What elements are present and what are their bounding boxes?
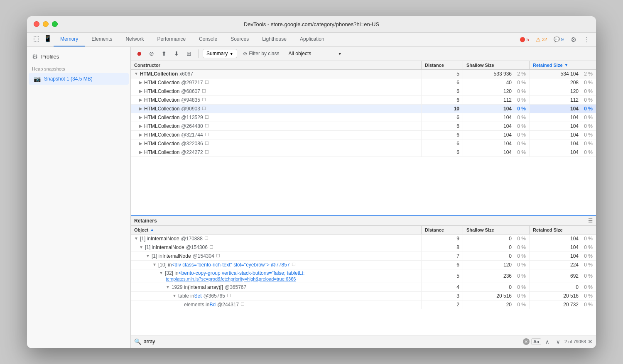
stop-icon[interactable]: ⊘: [147, 49, 157, 59]
expand-icon[interactable]: ▶: [139, 132, 142, 137]
constructor-cell: ▼ HTMLCollection x6067: [131, 70, 422, 78]
expand-icon[interactable]: ▶: [139, 150, 142, 154]
tab-console[interactable]: Console: [192, 33, 224, 46]
retainer-row[interactable]: ▼ [1] in InternalNode @170888 ☐ 9 00 % 1…: [131, 235, 596, 243]
expand-icon[interactable]: ▶: [139, 115, 142, 120]
search-next-button[interactable]: ∨: [554, 337, 563, 346]
fullscreen-button[interactable]: [52, 21, 58, 27]
tab-application[interactable]: Application: [293, 33, 331, 46]
search-count: 2 of 79058: [564, 339, 586, 344]
ret-shallow-cell: 00 %: [463, 252, 530, 260]
table-row[interactable]: ▶ HTMLCollection @224272 ☐ 6 1040 % 1040…: [131, 148, 596, 157]
close-search-button[interactable]: ✕: [588, 338, 593, 345]
expand-icon[interactable]: ▶: [139, 98, 142, 102]
ret-shallow-cell: 1200 %: [463, 261, 530, 269]
tab-bar: ⬚ 📱 Memory Elements Network Performance …: [27, 33, 596, 47]
sidebar: ⚙ Profiles Heap snapshots 📷 Snapshot 1 (…: [27, 47, 131, 348]
expand-icon[interactable]: ▶: [139, 141, 142, 146]
close-button[interactable]: [34, 21, 39, 27]
table-row[interactable]: ▶ HTMLCollection @113529 ☐ 6 1040 % 1040…: [131, 113, 596, 122]
retained-cell: 1040 %: [530, 139, 596, 148]
inspect-icon[interactable]: ⬚: [30, 33, 42, 44]
info-badge[interactable]: 💬 9: [551, 36, 566, 43]
tab-performance[interactable]: Performance: [150, 33, 192, 46]
expand-icon[interactable]: ▼: [152, 262, 157, 267]
table-row[interactable]: ▶ HTMLCollection @322086 ☐ 6 1040 % 1040…: [131, 139, 596, 148]
table-row[interactable]: ▶ HTMLCollection @94835 ☐ 6 1120 % 1120 …: [131, 96, 596, 105]
case-sensitive-toggle[interactable]: Aa: [531, 338, 541, 345]
settings-icon[interactable]: ⚙: [568, 34, 579, 45]
retainer-row[interactable]: ▼ [1] in InternalNode @154306 ☐ 8 00 % 1…: [131, 243, 596, 252]
table-row[interactable]: ▶ HTMLCollection @68607 ☐ 6 1200 % 1200 …: [131, 87, 596, 96]
tab-sources[interactable]: Sources: [224, 33, 255, 46]
grid-icon[interactable]: ⊞: [184, 49, 194, 59]
ret-retained-header[interactable]: Retained Size: [530, 226, 596, 234]
expand-icon[interactable]: ▼: [159, 271, 163, 275]
table-row[interactable]: ▶ HTMLCollection @297217 ☐ 6 400 % 2080 …: [131, 78, 596, 87]
expand-icon[interactable]: ▼: [134, 71, 138, 76]
tab-elements[interactable]: Elements: [85, 33, 119, 46]
ret-shallow-header[interactable]: Shallow Size: [463, 226, 530, 234]
warning-count: 32: [542, 37, 547, 42]
expand-icon[interactable]: ▼: [134, 236, 138, 241]
table-row-selected[interactable]: ▶ HTMLCollection @90903 ☐ 10 1040 % 1040…: [131, 105, 596, 113]
retained-size-header[interactable]: Retained Size ▼: [530, 61, 596, 69]
snapshot-item[interactable]: 📷 Snapshot 1 (34.5 MB): [29, 73, 129, 85]
expand-icon[interactable]: ▶: [139, 80, 142, 85]
retainer-row[interactable]: ▼ [1] in InternalNode @154304 ☐ 7 00 % 1…: [131, 252, 596, 261]
tab-lighthouse[interactable]: Lighthouse: [255, 33, 293, 46]
clear-search-button[interactable]: ✕: [523, 338, 530, 345]
ret-dist-cell: 4: [422, 283, 463, 291]
tab-memory[interactable]: Memory: [54, 33, 85, 46]
warning-badge[interactable]: ⚠ 32: [533, 36, 549, 44]
constructor-cell: ▶ HTMLCollection @90903 ☐: [131, 105, 422, 113]
upload-icon[interactable]: ⬆: [159, 49, 169, 59]
shallow-size-header[interactable]: Shallow Size: [463, 61, 530, 69]
ret-distance-header[interactable]: Distance: [422, 226, 463, 234]
table-row[interactable]: ▶ HTMLCollection @264480 ☐ 6 1040 % 1040…: [131, 122, 596, 131]
expand-icon[interactable]: ▼: [172, 293, 177, 298]
error-badge[interactable]: 🔴 5: [517, 36, 532, 43]
more-icon[interactable]: ⋮: [581, 34, 593, 45]
error-count: 5: [527, 37, 529, 42]
object-cell: ▼ [1] in InternalNode @154306 ☐: [131, 243, 422, 252]
retainer-row[interactable]: ▼ 1929 in (internal array)[] @365767 4 0…: [131, 283, 596, 292]
retainer-row[interactable]: ▶ elements in Bd @244317 ☐ 2 200 % 20 73…: [131, 300, 596, 309]
retainer-row[interactable]: ▼ [32] in <bento-copy-group vertical-sta…: [131, 269, 596, 283]
all-objects-dropdown[interactable]: All objects ▼: [285, 49, 346, 58]
ret-dist-cell: 7: [422, 252, 463, 260]
retainers-data-table: Object ▲ Distance Shallow Size Retained …: [131, 226, 596, 335]
search-prev-button[interactable]: ∧: [543, 337, 552, 346]
shallow-cell: 533 9362 %: [463, 70, 530, 78]
distance-header[interactable]: Distance: [422, 61, 463, 69]
retainers-menu-icon[interactable]: ☰: [588, 218, 593, 224]
retainer-row[interactable]: ▼ [10] in <div class="bento-rich-text" s…: [131, 261, 596, 269]
expand-icon[interactable]: ▼: [166, 285, 170, 289]
device-icon[interactable]: 📱: [42, 33, 54, 44]
window-title: DevTools - store.google.com/category/pho…: [244, 21, 379, 27]
minimize-button[interactable]: [43, 21, 49, 27]
distance-cell: 6: [422, 122, 463, 130]
table-row[interactable]: ▶ HTMLCollection @321744 ☐ 6 1040 % 1040…: [131, 131, 596, 139]
table-row[interactable]: ▼ HTMLCollection x6067 5 533 9362 % 534 …: [131, 70, 596, 78]
search-input[interactable]: [144, 339, 520, 344]
ret-dist-cell: 5: [422, 269, 463, 283]
shallow-cell: 1040 %: [463, 113, 530, 122]
record-icon[interactable]: ⏺: [134, 49, 144, 59]
object-header[interactable]: Object ▲: [131, 226, 422, 234]
source-link[interactable]: templates.min.js?sc=prod&fetchpriority=h…: [166, 276, 296, 281]
filter-by-class[interactable]: ⊘ Filter by class: [240, 49, 282, 58]
expand-icon[interactable]: ▼: [146, 254, 150, 258]
distance-cell: 5: [422, 70, 463, 78]
expand-icon[interactable]: ▼: [139, 245, 143, 249]
retainer-row[interactable]: ▼ table in Set @365765 ☐ 3 20 5160 % 20 …: [131, 292, 596, 300]
summary-dropdown[interactable]: Summary ▼: [203, 49, 237, 58]
expand-icon[interactable]: ▶: [139, 106, 142, 111]
ret-dist-cell: 3: [422, 292, 463, 300]
ret-retained-cell: 20 5160 %: [530, 292, 596, 300]
expand-icon[interactable]: ▶: [139, 89, 142, 93]
all-objects-label: All objects: [289, 51, 312, 56]
tab-network[interactable]: Network: [119, 33, 150, 46]
expand-icon[interactable]: ▶: [139, 124, 142, 128]
download-icon[interactable]: ⬇: [172, 49, 182, 59]
